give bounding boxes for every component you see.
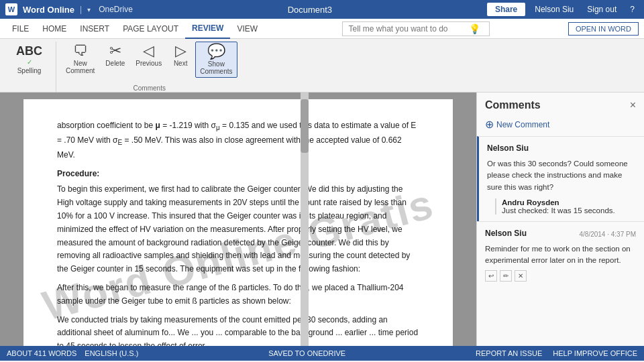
comment-1-author-row: Nelson Siu xyxy=(487,143,636,156)
menu-bar: FILE HOME INSERT PAGE LAYOUT REVIEW VIEW… xyxy=(0,19,644,39)
comments-group-items: 🗨 NewComment ✂ Delete ◁ Previous ▷ Next … xyxy=(62,42,237,82)
ribbon: ABC ✓ Spelling 🗨 NewComment ✂ Delete ◁ P… xyxy=(0,39,644,93)
edit-btn[interactable]: ✏ xyxy=(500,270,512,282)
comment-2-author-row: Nelson Siu 4/8/2014 · 4:37 PM xyxy=(485,229,636,241)
procedure-heading: Procedure: xyxy=(57,168,419,181)
comments-group-label: Comments xyxy=(62,84,237,92)
previous-icon: ◁ xyxy=(143,44,154,58)
comment-2-text: Reminder for me to work on the section o… xyxy=(485,243,636,267)
comment-1-text: Or was this 30 seconds? Could someone pl… xyxy=(487,158,636,193)
status-right: REPORT AN ISSUE HELP IMPROVE OFFICE xyxy=(476,349,637,357)
comment-thread-2: Nelson Siu 4/8/2014 · 4:37 PM Reminder f… xyxy=(477,221,644,289)
comments-list: Nelson Siu Or was this 30 seconds? Could… xyxy=(477,136,644,346)
show-comments-icon: 💬 xyxy=(207,44,225,59)
spelling-button[interactable]: ABC ✓ Spelling xyxy=(11,42,48,77)
word-icon: W xyxy=(5,3,17,15)
help-improve[interactable]: HELP IMPROVE OFFICE xyxy=(553,349,637,357)
spelling-label: Spelling xyxy=(17,67,42,74)
paragraph-beta: After this, we began to measure the rang… xyxy=(57,282,419,308)
doc-page: Word Online Gratis absorption coefficien… xyxy=(23,99,453,346)
app-logo: W Word Online | ▾ xyxy=(5,3,91,15)
spelling-group: ABC ✓ Spelling xyxy=(5,42,56,92)
open-in-word-button[interactable]: OPEN IN WORD xyxy=(568,22,639,36)
new-comment-label: New Comment xyxy=(496,120,549,129)
title-bar-actions: Share Nelson Siu Sign out ? xyxy=(487,3,639,16)
reply-1-author: Andru Roysden xyxy=(502,198,636,206)
delete-button[interactable]: ✂ Delete xyxy=(101,42,129,69)
new-comment-icon: 🗨 xyxy=(73,44,88,58)
reply-1-text: Just checked: It was 15 seconds. xyxy=(502,206,636,215)
next-icon: ▷ xyxy=(175,44,186,58)
comments-panel: Comments × ⊕ New Comment Nelson Siu Or w… xyxy=(476,93,644,346)
title-bar: W Word Online | ▾ OneDrive Document3 Sha… xyxy=(0,0,644,19)
reply-btn[interactable]: ↩ xyxy=(485,270,497,282)
onedrive-label: OneDrive xyxy=(99,5,133,14)
doc-name: Document3 xyxy=(133,5,487,15)
menu-file[interactable]: FILE xyxy=(5,19,36,39)
comments-group: 🗨 NewComment ✂ Delete ◁ Previous ▷ Next … xyxy=(56,42,246,92)
comment-1-author: Nelson Siu xyxy=(487,143,529,153)
paragraph-trials: We conducted trials by taking measuremen… xyxy=(57,314,419,346)
lightbulb-icon: 💡 xyxy=(469,23,480,34)
menu-insert[interactable]: INSERT xyxy=(73,19,116,39)
delete-icon: ✂ xyxy=(109,44,121,58)
previous-label: Previous xyxy=(136,60,162,67)
doc-scroll[interactable]: Word Online Gratis absorption coefficien… xyxy=(0,93,476,346)
menu-search-area: 💡 xyxy=(264,21,568,36)
status-bar: ABOUT 411 WORDS ENGLISH (U.S.) SAVED TO … xyxy=(0,346,644,361)
help-button[interactable]: ? xyxy=(626,3,639,15)
scrollbar[interactable] xyxy=(301,93,309,346)
show-comments-label: ShowComments xyxy=(200,60,232,75)
document-area: Word Online Gratis absorption coefficien… xyxy=(0,93,476,346)
scroll-thumb[interactable] xyxy=(301,99,309,153)
next-button[interactable]: ▷ Next xyxy=(168,42,193,69)
next-label: Next xyxy=(174,60,188,67)
report-issue[interactable]: REPORT AN ISSUE xyxy=(476,349,542,357)
previous-button[interactable]: ◁ Previous xyxy=(131,42,166,69)
spelling-abc: ABC xyxy=(16,44,42,58)
share-button[interactable]: Share xyxy=(487,3,525,16)
new-comment-btn[interactable]: ⊕ New Comment xyxy=(477,115,644,136)
close-comments-button[interactable]: × xyxy=(630,99,636,111)
comment-2-actions: ↩ ✏ ✕ xyxy=(485,270,636,282)
search-box[interactable]: 💡 xyxy=(342,21,490,36)
comment-2-author: Nelson Siu xyxy=(485,229,527,238)
new-comment-label: NewComment xyxy=(66,60,95,74)
saved-status: SAVED TO ONEDRIVE xyxy=(268,349,345,357)
menu-view[interactable]: VIEW xyxy=(230,19,264,39)
plus-icon: ⊕ xyxy=(485,118,494,131)
user-button[interactable]: Nelson Siu xyxy=(531,3,578,15)
comment-2-timestamp: 4/8/2014 · 4:37 PM xyxy=(579,231,636,238)
comments-header: Comments × xyxy=(477,93,644,115)
show-comments-button[interactable]: 💬 ShowComments xyxy=(195,42,237,78)
menu-page-layout[interactable]: PAGE LAYOUT xyxy=(116,19,185,39)
paragraph-1: absorption coefficient to be μ = -1.219 … xyxy=(57,119,419,162)
spelling-group-items: ABC ✓ Spelling xyxy=(11,42,48,92)
menu-home[interactable]: HOME xyxy=(36,19,73,39)
app-name: Word Online xyxy=(23,5,74,15)
search-input[interactable] xyxy=(348,24,469,34)
new-comment-button[interactable]: 🗨 NewComment xyxy=(62,42,99,76)
comment-thread-1: Nelson Siu Or was this 30 seconds? Could… xyxy=(477,136,644,221)
main-layout: Word Online Gratis absorption coefficien… xyxy=(0,93,644,346)
comment-1-reply: Andru Roysden Just checked: It was 15 se… xyxy=(495,198,636,215)
menu-review[interactable]: REVIEW xyxy=(185,19,230,39)
dropdown-arrow[interactable]: ▾ xyxy=(87,6,91,13)
language: ENGLISH (U.S.) xyxy=(85,349,138,357)
delete-label: Delete xyxy=(105,60,125,67)
paragraph-procedure: To begin this experiment, we first had t… xyxy=(57,183,419,276)
signout-button[interactable]: Sign out xyxy=(583,3,621,15)
word-count: ABOUT 411 WORDS xyxy=(7,349,76,357)
divider: | xyxy=(80,5,82,14)
spelling-check-icon: ✓ xyxy=(27,58,32,66)
comments-title: Comments xyxy=(485,99,541,111)
delete-comment-btn[interactable]: ✕ xyxy=(515,270,527,282)
status-left: ABOUT 411 WORDS ENGLISH (U.S.) xyxy=(7,349,138,357)
